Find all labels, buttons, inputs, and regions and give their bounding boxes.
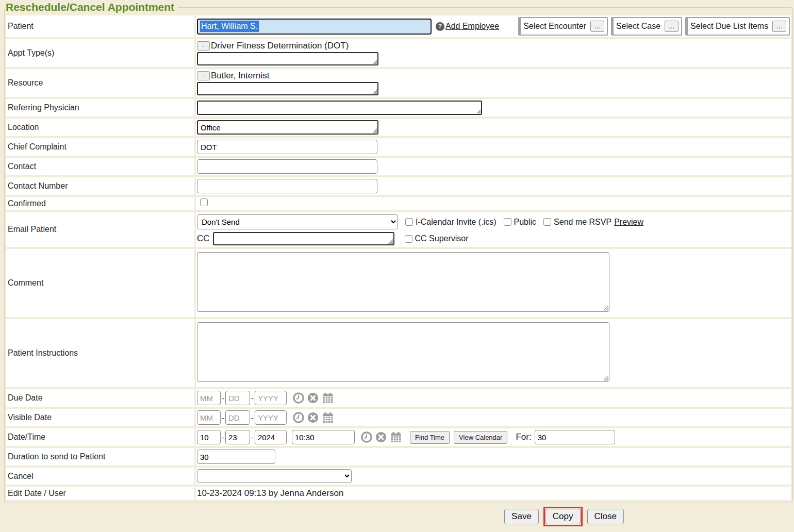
due-date-label: Due Date bbox=[6, 389, 194, 407]
contact-number-label: Contact Number bbox=[6, 177, 194, 195]
row-patient: Patient Hart, William S. ? Add Employee … bbox=[6, 15, 791, 37]
form-table: Patient Hart, William S. ? Add Employee … bbox=[5, 13, 792, 502]
select-case-group: Select Case ... bbox=[611, 17, 682, 36]
select-due-list-group: Select Due List Items ... bbox=[685, 17, 790, 36]
copy-button[interactable]: Copy bbox=[545, 509, 581, 524]
date-time-time-input[interactable] bbox=[292, 430, 355, 444]
row-chief-complaint: Chief Complaint bbox=[6, 138, 791, 156]
patient-input[interactable]: Hart, William S. bbox=[197, 19, 432, 35]
date-separator: - bbox=[251, 433, 254, 442]
resource-label: Resource bbox=[6, 69, 194, 97]
due-date-day-input[interactable] bbox=[225, 391, 250, 405]
date-time-calendar-icon[interactable] bbox=[390, 431, 402, 443]
row-resource: Resource - Butler, Internist bbox=[6, 69, 791, 97]
ical-invite-checkbox[interactable] bbox=[405, 218, 413, 226]
appt-type-input[interactable] bbox=[197, 52, 378, 65]
chief-complaint-input[interactable] bbox=[197, 140, 377, 154]
row-date-time: Date/Time - - bbox=[6, 428, 791, 446]
public-checkbox[interactable] bbox=[504, 218, 511, 226]
location-input[interactable] bbox=[197, 120, 378, 135]
date-separator: - bbox=[222, 394, 224, 403]
row-contact: Contact bbox=[6, 158, 791, 175]
duration-input[interactable] bbox=[197, 450, 275, 464]
visible-date-month-input[interactable] bbox=[197, 410, 221, 425]
page-title: Reschedule/Cancel Appointment bbox=[5, 1, 178, 13]
select-due-list-label: Select Due List Items bbox=[690, 22, 768, 31]
help-icon[interactable]: ? bbox=[436, 22, 444, 31]
send-rsvp-checkbox[interactable] bbox=[543, 218, 551, 226]
referring-physician-input[interactable] bbox=[197, 101, 482, 115]
close-button[interactable]: Close bbox=[587, 509, 624, 524]
row-location: Location bbox=[6, 119, 791, 136]
comment-label: Comment bbox=[6, 249, 194, 317]
due-date-calendar-icon[interactable] bbox=[322, 392, 334, 404]
select-encounter-label: Select Encounter bbox=[523, 22, 586, 31]
view-calendar-button[interactable]: View Calendar bbox=[454, 431, 507, 444]
appt-type-selected: Driver Fitness Determination (DOT) bbox=[211, 41, 349, 51]
patient-selected-text: Hart, William S. bbox=[200, 21, 259, 32]
email-send-select[interactable]: Don't Send bbox=[197, 214, 398, 229]
cc-supervisor-checkbox[interactable] bbox=[405, 235, 412, 243]
cancel-reason-select[interactable] bbox=[197, 469, 352, 483]
preview-link[interactable]: Preview bbox=[614, 218, 643, 227]
cc-supervisor-label: CC Supervisor bbox=[415, 234, 469, 243]
due-date-year-input[interactable] bbox=[255, 391, 287, 405]
contact-input[interactable] bbox=[197, 159, 377, 174]
for-label: For: bbox=[516, 432, 531, 442]
appointment-form: Reschedule/Cancel Appointment Patient Ha… bbox=[4, 1, 793, 503]
remove-appt-type-button[interactable]: - bbox=[197, 41, 210, 51]
visible-date-calendar-icon[interactable] bbox=[322, 412, 334, 424]
row-visible-date: Visible Date - - bbox=[6, 409, 791, 426]
row-contact-number: Contact Number bbox=[6, 177, 791, 195]
row-edit-info: Edit Date / User 10-23-2024 09:13 by Jen… bbox=[6, 487, 791, 500]
date-time-year-input[interactable] bbox=[255, 430, 287, 444]
cc-label: CC bbox=[197, 234, 210, 244]
visible-date-clear-icon[interactable] bbox=[307, 412, 319, 423]
date-separator: - bbox=[222, 413, 224, 422]
select-case-button[interactable]: ... bbox=[665, 21, 679, 32]
public-label: Public bbox=[514, 218, 537, 227]
row-referring-physician: Referring Physician bbox=[6, 99, 791, 117]
chief-complaint-label: Chief Complaint bbox=[6, 138, 194, 156]
select-encounter-button[interactable]: ... bbox=[590, 21, 604, 32]
patient-instructions-textarea[interactable] bbox=[197, 322, 609, 382]
due-date-clock-icon[interactable] bbox=[293, 392, 304, 404]
row-duration: Duration to send to Patient bbox=[6, 448, 791, 466]
copy-button-highlight: Copy bbox=[543, 507, 583, 526]
save-button[interactable]: Save bbox=[504, 509, 539, 524]
ical-invite-label: I-Calendar Invite (.ics) bbox=[416, 218, 497, 227]
referring-physician-label: Referring Physician bbox=[6, 99, 194, 117]
row-appt-type: Appt Type(s) - Driver Fitness Determinat… bbox=[6, 39, 791, 67]
patient-label: Patient bbox=[6, 15, 194, 37]
visible-date-label: Visible Date bbox=[6, 409, 194, 426]
row-confirmed: Confirmed bbox=[6, 197, 791, 210]
due-date-clear-icon[interactable] bbox=[307, 392, 319, 404]
date-time-clock-icon[interactable] bbox=[361, 431, 372, 443]
appt-type-label: Appt Type(s) bbox=[6, 39, 194, 67]
edit-info-label: Edit Date / User bbox=[6, 487, 194, 500]
remove-resource-button[interactable]: - bbox=[197, 71, 210, 80]
resource-input[interactable] bbox=[197, 82, 378, 95]
find-time-button[interactable]: Find Time bbox=[410, 431, 450, 444]
select-due-list-button[interactable]: ... bbox=[772, 21, 786, 32]
add-employee-link[interactable]: Add Employee bbox=[445, 22, 499, 31]
for-duration-input[interactable] bbox=[535, 430, 615, 444]
cc-input[interactable] bbox=[213, 232, 394, 245]
visible-date-year-input[interactable] bbox=[255, 410, 287, 425]
confirmed-label: Confirmed bbox=[6, 197, 194, 210]
date-separator: - bbox=[251, 413, 254, 422]
row-patient-instructions: Patient Instructions bbox=[6, 319, 791, 387]
date-time-day-input[interactable] bbox=[225, 430, 250, 444]
date-time-month-input[interactable] bbox=[197, 430, 221, 444]
location-label: Location bbox=[6, 119, 194, 136]
comment-textarea[interactable] bbox=[197, 252, 609, 312]
date-time-clear-icon[interactable] bbox=[375, 431, 387, 443]
row-comment: Comment bbox=[6, 249, 791, 317]
due-date-month-input[interactable] bbox=[197, 391, 221, 405]
row-due-date: Due Date - - bbox=[6, 389, 791, 407]
contact-number-input[interactable] bbox=[197, 179, 377, 193]
visible-date-clock-icon[interactable] bbox=[293, 412, 304, 423]
confirmed-checkbox[interactable] bbox=[200, 198, 208, 206]
visible-date-day-input[interactable] bbox=[225, 410, 250, 425]
send-rsvp-label: Send me RSVP bbox=[554, 218, 611, 227]
